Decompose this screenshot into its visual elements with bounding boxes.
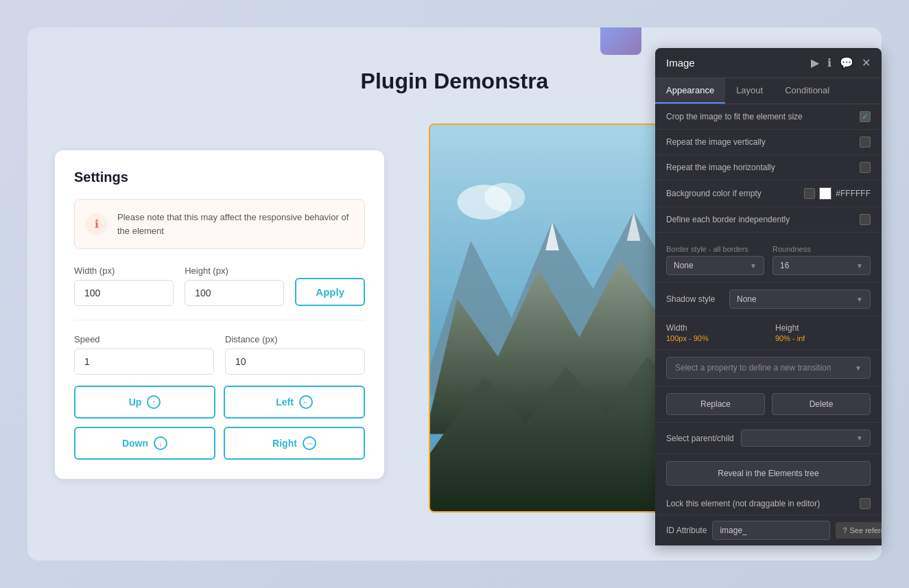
close-icon[interactable]: ✕ <box>862 56 871 69</box>
wh-width-value: 100px - 90% <box>666 334 762 342</box>
notice-box: ℹ Please note that this may affect the r… <box>74 199 365 249</box>
width-input[interactable] <box>74 280 174 306</box>
svg-point-7 <box>484 183 525 211</box>
panel-header: Image ▶ ℹ 💬 ✕ <box>655 48 882 78</box>
checkmark-icon: ✓ <box>862 112 869 121</box>
id-attribute-input[interactable] <box>712 521 830 540</box>
bg-color-row: Background color if empty #FFFFFF <box>655 180 882 207</box>
image-element[interactable]: ⬜ Image <box>429 124 676 513</box>
lock-row: Lock this element (not draggable in edit… <box>655 493 882 515</box>
shadow-select[interactable]: None ▼ <box>729 290 871 309</box>
wh-height-value: 90% - inf <box>775 334 871 342</box>
border-style-col-label: Border style - all borders <box>666 245 764 253</box>
tab-layout[interactable]: Layout <box>725 78 774 104</box>
repeat-horizontal-row: Repeat the image horizontally <box>655 155 882 180</box>
roundness-select[interactable]: 16 ▼ <box>772 256 871 275</box>
wh-width-col: Width 100px - 90% <box>666 323 762 342</box>
settings-panel: Settings ℹ Please note that this may aff… <box>55 150 384 479</box>
tab-appearance[interactable]: Appearance <box>655 78 725 104</box>
roundness-col-label: Roundness <box>772 245 871 253</box>
wh-row: Width 100px - 90% Height 90% - inf <box>666 323 871 342</box>
repeat-vertical-row: Repeat the image vertically <box>655 130 882 155</box>
define-border-row: Define each border independently <box>655 207 882 233</box>
transition-section: Select a property to define a new transi… <box>655 350 882 386</box>
roundness-select-arrow: ▼ <box>856 262 863 270</box>
right-icon: → <box>303 436 316 450</box>
width-height-section: Width 100px - 90% Height 90% - inf <box>655 316 882 350</box>
bg-color-checkbox[interactable] <box>804 188 815 199</box>
color-input-wrap: #FFFFFF <box>804 187 871 200</box>
action-buttons: Replace Delete <box>655 386 882 423</box>
repeat-vertical-label: Repeat the image vertically <box>666 137 766 147</box>
lock-checkbox[interactable] <box>860 498 871 509</box>
down-label: Down <box>122 438 148 449</box>
tab-conditional[interactable]: Conditional <box>774 78 840 104</box>
info-panel-icon[interactable]: ℹ <box>827 56 831 69</box>
crop-checkbox-wrap: ✓ <box>860 111 871 122</box>
speed-label: Speed <box>74 334 214 344</box>
border-section: Border style - all borders None ▼ Roundn… <box>655 233 882 283</box>
left-icon: ← <box>299 395 313 409</box>
color-swatch[interactable] <box>819 187 831 200</box>
parent-child-select[interactable]: ▼ <box>741 430 871 447</box>
define-border-checkbox[interactable] <box>860 214 871 225</box>
down-icon: ↓ <box>154 436 167 450</box>
up-label: Up <box>129 397 142 408</box>
replace-button[interactable]: Replace <box>666 393 765 415</box>
repeat-horizontal-checkbox[interactable] <box>860 162 871 173</box>
crop-checkbox[interactable]: ✓ <box>860 111 871 122</box>
id-row: ID Attribute ? See reference <box>655 515 882 545</box>
border-style-select[interactable]: None ▼ <box>666 256 764 275</box>
panel-icons: ▶ ℹ 💬 ✕ <box>811 56 871 69</box>
repeat-horizontal-label: Repeat the image horizontally <box>666 163 775 172</box>
panel-title: Image <box>666 57 695 69</box>
left-label: Left <box>276 397 294 408</box>
up-button[interactable]: Up ↑ <box>74 386 215 419</box>
wh-height-title: Height <box>775 323 871 333</box>
width-label: Width (px) <box>74 266 174 276</box>
right-label: Right <box>272 438 297 449</box>
height-input[interactable] <box>185 280 284 306</box>
parent-child-row: Select parent/child ▼ <box>655 423 882 454</box>
image-panel: Image ▶ ℹ 💬 ✕ Appearance Layout Conditio… <box>655 48 882 545</box>
panel-tabs: Appearance Layout Conditional <box>655 78 882 104</box>
transition-select[interactable]: Select a property to define a new transi… <box>666 357 871 379</box>
direction-grid: Up ↑ Left ← Down ↓ Right → <box>74 386 365 460</box>
transition-arrow: ▼ <box>855 364 862 372</box>
crop-row: Crop the image to fit the element size ✓ <box>655 104 882 130</box>
left-button[interactable]: Left ← <box>224 386 365 419</box>
question-icon: ? <box>842 526 847 534</box>
distance-input[interactable] <box>225 349 365 375</box>
right-button[interactable]: Right → <box>224 427 365 460</box>
height-label: Height (px) <box>185 266 284 276</box>
page-title: Plugin Demonstra <box>361 69 549 94</box>
repeat-vertical-checkbox[interactable] <box>860 137 871 148</box>
color-value: #FFFFFF <box>836 189 871 198</box>
id-attribute-label: ID Attribute <box>666 526 707 535</box>
canvas-inner: Plugin Demonstra Settings ℹ Please note … <box>27 27 882 561</box>
define-border-label: Define each border independently <box>666 215 790 224</box>
down-button[interactable]: Down ↓ <box>74 427 215 460</box>
apply-button[interactable]: Apply <box>295 278 365 306</box>
comment-icon[interactable]: 💬 <box>840 56 853 69</box>
bg-color-label: Background color if empty <box>666 189 762 198</box>
shadow-label: Shadow style <box>666 294 721 304</box>
settings-title: Settings <box>74 169 365 185</box>
info-icon: ℹ <box>86 213 108 235</box>
see-reference-button[interactable]: ? See reference <box>836 522 882 539</box>
play-icon[interactable]: ▶ <box>811 56 819 69</box>
border-row: Border style - all borders None ▼ Roundn… <box>666 245 871 275</box>
parent-child-label: Select parent/child <box>666 434 734 443</box>
up-icon: ↑ <box>147 395 161 409</box>
speed-input[interactable] <box>74 349 214 375</box>
distance-group: Distance (px) <box>225 334 365 375</box>
distance-label: Distance (px) <box>225 334 365 344</box>
border-style-col: Border style - all borders None ▼ <box>666 245 764 275</box>
shadow-select-arrow: ▼ <box>856 296 863 303</box>
border-select-arrow: ▼ <box>750 262 757 270</box>
delete-button[interactable]: Delete <box>772 393 871 415</box>
reveal-button[interactable]: Reveal in the Elements tree <box>666 461 871 486</box>
panel-body: Crop the image to fit the element size ✓… <box>655 104 882 545</box>
divider-1 <box>74 320 365 320</box>
height-group: Height (px) <box>185 266 284 306</box>
